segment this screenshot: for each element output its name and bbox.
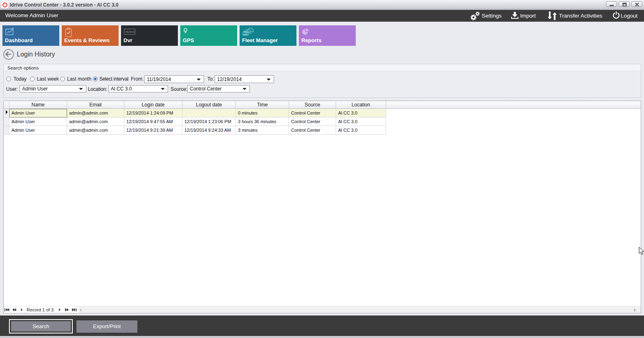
svg-text:MERGE: MERGE [126,30,135,33]
